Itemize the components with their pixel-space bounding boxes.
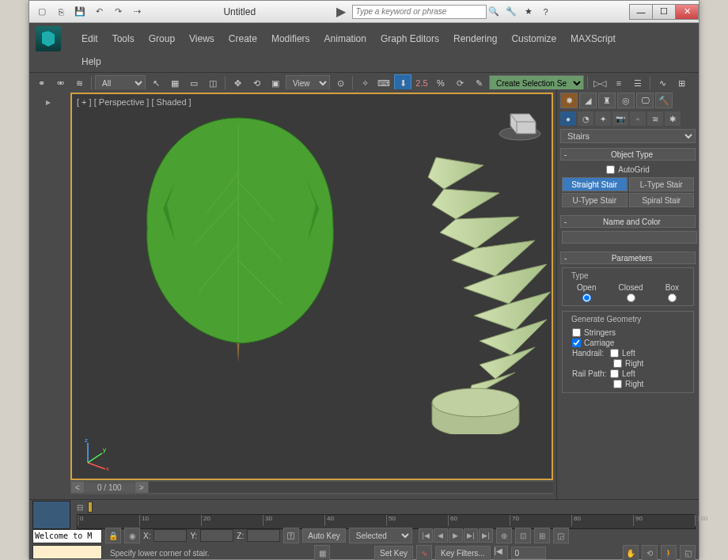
railpath-right-checkbox[interactable] [613,380,622,388]
object-type-rollout-header[interactable]: -Object Type [560,148,696,161]
open-icon[interactable]: ⎘ [53,4,69,20]
menu-edit[interactable]: Edit [82,32,98,46]
binoculars-icon[interactable]: 🔍 [487,5,501,19]
spiral-stair-button[interactable]: Spiral Stair [629,193,695,207]
menu-rendering[interactable]: Rendering [453,32,497,46]
time-slider[interactable] [88,501,93,513]
keyfilters-button[interactable]: Key Filters... [435,546,491,560]
redo-icon[interactable]: ↷ [110,4,126,20]
menu-maxscript[interactable]: MAXScript [571,32,616,46]
spacewarps-subtab-icon[interactable]: ≋ [647,112,663,126]
lock-icon[interactable]: 🔒 [105,528,121,543]
key-mode-icon[interactable]: ⊕ [496,528,512,543]
type-box-radio[interactable] [668,293,677,302]
grid-icon[interactable]: ▦ [314,545,330,560]
menu-group[interactable]: Group [149,32,175,46]
help-icon[interactable]: ? [539,5,553,19]
utilities-tab-icon[interactable]: 🔨 [655,93,673,108]
undo-icon[interactable]: ↶ [91,4,107,20]
viewport-nav2-icon[interactable]: ◲ [553,528,569,543]
stringers-checkbox[interactable] [572,328,581,337]
menu-views[interactable]: Views [189,32,214,46]
time-config-icon[interactable]: ⊡ [515,528,531,543]
named-selection-dropdown[interactable]: Create Selection Se [489,75,584,91]
menu-graph-editors[interactable]: Graph Editors [381,32,439,46]
systems-subtab-icon[interactable]: ✱ [665,112,681,126]
maximize-viewport-icon[interactable]: ◱ [680,545,696,560]
help-search-input[interactable] [352,5,487,19]
play-icon[interactable]: ▶ [449,528,463,543]
keymode-icon[interactable]: ∿ [416,545,432,560]
script-listener[interactable]: Welcome to M [32,529,102,543]
menu-customize[interactable]: Customize [511,32,556,46]
new-icon[interactable]: ▢ [34,4,50,20]
orbit-icon[interactable]: ⟲ [642,545,658,560]
handrail-left-checkbox[interactable] [610,349,619,358]
track-config-icon[interactable]: ⊟ [77,503,83,512]
menu-help[interactable]: Help [82,55,101,69]
minimize-button[interactable]: — [629,4,653,20]
expand-icon[interactable]: ▸ [40,94,56,110]
scroll-left-icon[interactable]: < [70,481,85,494]
x-input[interactable] [154,529,187,542]
menu-create[interactable]: Create [229,32,257,46]
type-open-radio[interactable] [582,293,591,302]
selection-filter-dropdown[interactable]: All [95,75,146,91]
type-closed-radio[interactable] [627,293,635,302]
app-icon[interactable] [36,26,61,51]
star-icon[interactable]: ★ [521,5,536,19]
z-input[interactable] [247,529,280,542]
category-dropdown[interactable]: Stairs [560,129,696,143]
refcoord-dropdown[interactable]: View [286,75,330,91]
autogrid-checkbox[interactable] [606,165,615,174]
carriage-checkbox[interactable] [572,339,581,347]
menu-modifiers[interactable]: Modifiers [271,32,310,46]
isolate-icon[interactable]: ◉ [124,528,140,543]
geometry-subtab-icon[interactable]: ● [560,112,576,126]
wrench-icon[interactable]: 🔧 [504,5,518,19]
menu-tools[interactable]: Tools [112,32,135,46]
utype-stair-button[interactable]: U-Type Stair [562,193,628,207]
script-input[interactable] [32,545,102,559]
goto-start-icon[interactable]: |◀ [419,528,433,543]
walk-icon[interactable]: 🚶 [661,545,677,560]
object-name-input[interactable] [562,231,697,244]
modify-tab-icon[interactable]: ◢ [579,93,597,108]
lights-subtab-icon[interactable]: ✦ [595,112,611,126]
cameras-subtab-icon[interactable]: 📷 [612,112,628,126]
create-tab-icon[interactable]: ✸ [560,93,578,108]
pan-icon[interactable]: ✋ [623,545,639,560]
setkey-button[interactable]: Set Key [374,546,413,560]
viewcube[interactable] [496,102,544,142]
handrail-right-checkbox[interactable] [613,359,622,368]
link-icon[interactable]: ⇢ [129,4,145,20]
motion-tab-icon[interactable]: ◎ [617,93,635,108]
railpath-left-checkbox[interactable] [610,369,619,378]
display-tab-icon[interactable]: 🖵 [636,93,654,108]
next-frame-icon[interactable]: ▶| [464,528,478,543]
viewport-nav1-icon[interactable]: ⊞ [534,528,550,543]
perspective-viewport[interactable]: [ + ] [ Perspective ] [ Shaded ] [70,93,553,480]
viewport-scrollbar[interactable]: < 0 / 100 > [70,480,553,494]
name-color-rollout-header[interactable]: -Name and Color [560,215,696,228]
scroll-right-icon[interactable]: > [135,481,149,494]
straight-stair-button[interactable]: Straight Stair [562,177,628,191]
shapes-subtab-icon[interactable]: ◔ [578,112,593,126]
current-frame-input[interactable] [511,547,546,559]
y-input[interactable] [200,529,233,542]
search-arrow-icon[interactable]: ▶ [336,4,346,19]
autokey-button[interactable]: Auto Key [302,528,346,543]
prev-key-icon[interactable]: |◀ [494,546,508,560]
key-icon[interactable]: ⚿ [283,528,299,543]
parameters-rollout-header[interactable]: -Parameters [560,252,696,264]
close-button[interactable]: ✕ [675,4,699,20]
prev-frame-icon[interactable]: ◀ [434,528,448,543]
ltype-stair-button[interactable]: L-Type Stair [629,177,695,191]
maximize-button[interactable]: ☐ [652,4,676,20]
viewport-thumbnail[interactable] [32,501,70,529]
menu-animation[interactable]: Animation [324,32,366,46]
keyfilter-dropdown[interactable]: Selected [349,528,412,543]
hierarchy-tab-icon[interactable]: ♜ [598,93,616,108]
helpers-subtab-icon[interactable]: ▫ [630,112,646,126]
save-icon[interactable]: 💾 [72,4,88,20]
